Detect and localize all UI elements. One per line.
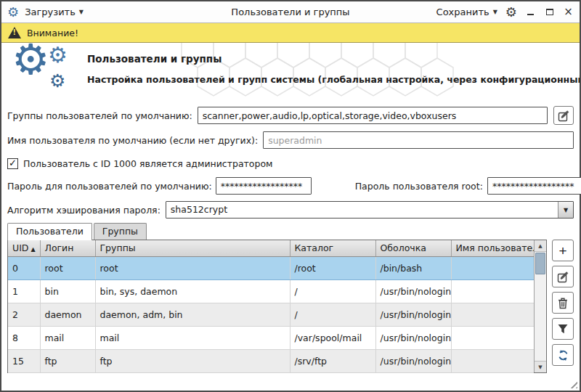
settings-gear-icon[interactable]: ⚙ — [505, 6, 517, 19]
filter-button[interactable] — [552, 318, 574, 340]
default-username-input[interactable] — [263, 131, 574, 149]
hash-algorithm-value: sha512crypt — [166, 202, 558, 218]
maximize-button[interactable] — [544, 7, 555, 18]
cell-shell: /usr/bin/nologin — [375, 303, 451, 326]
save-button[interactable]: Сохранить ▼ — [436, 7, 497, 17]
edit-groups-button[interactable] — [553, 106, 574, 125]
cell-name — [451, 303, 534, 326]
warning-text: Внимание! — [27, 28, 78, 38]
cell-home: /var/spool/mail — [290, 326, 375, 349]
tab-bar: Пользователи Группы — [7, 223, 574, 240]
table-row[interactable]: 8 mail mail /var/spool/mail /usr/bin/nol… — [8, 326, 534, 349]
minimize-icon — [527, 9, 534, 15]
column-header-groups[interactable]: Группы — [95, 240, 290, 256]
cell-groups: ftp — [95, 349, 290, 372]
delete-user-button[interactable] — [552, 292, 574, 314]
app-gear-icon: ⚙ — [7, 6, 19, 19]
scroll-up-icon: ▲ — [538, 243, 542, 249]
scrollbar-thumb[interactable] — [535, 253, 545, 274]
edit-user-button[interactable] — [552, 266, 574, 287]
gear-icon: ⚙ — [49, 72, 65, 90]
admin-checkbox[interactable]: ✓ — [7, 158, 18, 169]
default-password-label: Пароль для пользователей по умолчанию: — [7, 181, 212, 192]
tab-users[interactable]: Пользователи — [7, 223, 92, 240]
table-row[interactable]: 15 ftp ftp /srv/ftp /usr/bin/nologin — [8, 349, 534, 372]
sort-ascending-icon: ▲ — [31, 246, 35, 253]
cell-groups: bin, sys, daemon — [95, 279, 290, 303]
cell-login: root — [40, 256, 95, 279]
table-action-buttons: + — [552, 240, 574, 366]
default-groups-label: Группы пользователей по умолчанию: — [7, 110, 192, 121]
cell-home: / — [290, 279, 375, 303]
cell-shell: /bin/bash — [375, 256, 451, 279]
settings-form: Группы пользователей по умолчанию: Имя п… — [1, 99, 580, 219]
vertical-scrollbar: ▲ ▼ — [534, 240, 546, 372]
cell-login: mail — [40, 326, 95, 349]
table-row[interactable]: 0 root root /root /bin/bash — [8, 256, 534, 279]
save-button-label: Сохранить — [436, 7, 489, 17]
cell-uid: 1 — [8, 279, 40, 303]
maximize-icon — [546, 9, 553, 15]
table-row[interactable]: 1 bin bin, sys, daemon / /usr/bin/nologi… — [8, 279, 534, 303]
cell-shell: /usr/bin/nologin — [375, 349, 451, 372]
minimize-button[interactable] — [525, 7, 536, 18]
scrollbar-track[interactable] — [535, 275, 546, 361]
warning-icon: ! — [8, 27, 21, 38]
column-header-name[interactable]: Имя пользователя — [451, 240, 534, 256]
column-header-home[interactable]: Каталог — [290, 240, 375, 256]
default-password-input[interactable] — [216, 177, 312, 195]
warning-exclamation: ! — [13, 29, 17, 36]
page-subtitle: Настройка пользователей и групп системы … — [87, 74, 572, 85]
admin-checkbox-label: Пользователь с ID 1000 является админист… — [23, 158, 273, 169]
tab-groups[interactable]: Группы — [94, 223, 147, 240]
chevron-down-icon: ▼ — [79, 9, 84, 15]
users-section: UID▲ Логин Группы Каталог Оболочка Имя п… — [1, 240, 580, 373]
users-groups-icon: ⚙ ⚙ ⚙ — [12, 43, 84, 99]
default-groups-input[interactable] — [198, 107, 548, 124]
chevron-down-icon: ▼ — [493, 9, 497, 15]
cell-groups: root — [95, 256, 290, 279]
gear-icon: ⚙ — [48, 44, 68, 66]
table-header-row: UID▲ Логин Группы Каталог Оболочка Имя п… — [8, 240, 534, 256]
close-button[interactable]: × — [563, 7, 574, 18]
scroll-down-icon: ▼ — [538, 364, 542, 370]
cell-shell: /usr/bin/nologin — [375, 326, 451, 349]
table-row[interactable]: 2 daemon daemon, adm, bin / /usr/bin/nol… — [8, 303, 534, 326]
scroll-down-button[interactable]: ▼ — [535, 361, 546, 372]
users-table: UID▲ Логин Группы Каталог Оболочка Имя п… — [7, 240, 547, 373]
column-header-login[interactable]: Логин — [40, 240, 95, 256]
cell-home: / — [290, 303, 375, 326]
cell-name — [451, 256, 534, 279]
load-button[interactable]: Загрузить ▼ — [25, 7, 84, 17]
edit-pencil-icon — [558, 110, 570, 122]
hash-algorithm-label: Алгоритм хэширования пароля: — [7, 205, 161, 216]
combo-dropdown-button[interactable]: ▼ — [558, 202, 573, 218]
resize-grip[interactable] — [568, 379, 577, 388]
root-password-label: Пароль пользователя root: — [355, 181, 483, 192]
cell-groups: daemon, adm, bin — [95, 303, 290, 326]
cell-uid: 0 — [8, 256, 40, 279]
edit-pencil-icon — [557, 271, 569, 283]
hash-algorithm-select[interactable]: sha512crypt ▼ — [166, 201, 574, 219]
column-header-label: UID — [12, 242, 28, 253]
cell-uid: 8 — [8, 326, 40, 349]
plus-icon: + — [558, 244, 566, 258]
checkmark-icon: ✓ — [9, 158, 17, 168]
column-header-shell[interactable]: Оболочка — [375, 240, 451, 256]
add-user-button[interactable]: + — [552, 240, 574, 261]
load-button-label: Загрузить — [25, 7, 76, 17]
column-header-uid[interactable]: UID▲ — [8, 240, 40, 256]
cell-uid: 15 — [8, 349, 40, 372]
cell-name — [451, 349, 534, 372]
scroll-up-button[interactable]: ▲ — [535, 240, 546, 252]
refresh-button[interactable] — [552, 344, 574, 366]
refresh-icon — [557, 349, 569, 362]
root-password-input[interactable] — [487, 177, 581, 195]
page-title: Пользователи и группы — [87, 53, 572, 65]
cell-login: ftp — [40, 349, 95, 372]
cell-name — [451, 326, 534, 349]
filter-funnel-icon — [557, 323, 569, 335]
warning-banner: ! Внимание! — [1, 23, 580, 43]
cell-groups: mail — [95, 326, 290, 349]
cell-home: /srv/ftp — [290, 349, 375, 372]
